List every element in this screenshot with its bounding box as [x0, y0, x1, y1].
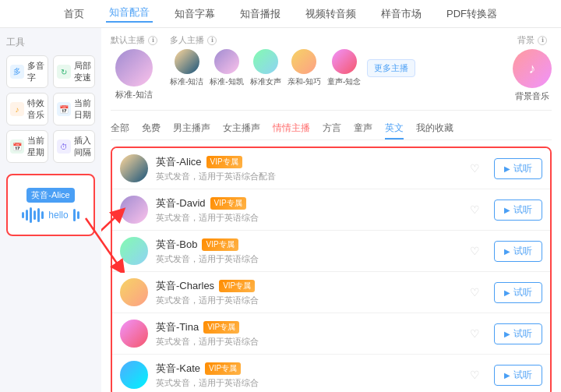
voice-name-row-0: 英音-Alice VIP专属 [156, 155, 462, 169]
vip-badge-2: VIP专属 [202, 238, 238, 251]
voice-desc-3: 英式发音，适用于英语综合 [156, 295, 462, 306]
default-speaker-name: 标准-知洁 [115, 89, 153, 101]
tab-dialect[interactable]: 方言 [323, 118, 341, 139]
tool-speed[interactable]: ↻ 局部变速 [53, 55, 95, 88]
bg-music-icon[interactable]: ♪ [513, 49, 552, 88]
tool-sfx-label: 特效音乐 [27, 97, 44, 121]
nav-dubbing[interactable]: 知音配音 [106, 5, 153, 23]
voice-desc-5: 英式发音，适用于英语综合 [156, 377, 462, 389]
voice-name-2: 英音-Bob [156, 238, 197, 252]
try-button-0[interactable]: ▶ 试听 [494, 158, 542, 179]
play-icon-1: ▶ [504, 206, 510, 214]
nav-pdf[interactable]: PDF转换器 [443, 7, 500, 21]
wave-bar-2 [26, 210, 28, 221]
nav-video-audio[interactable]: 视频转音频 [302, 7, 359, 21]
multi-name-3: 亲和-知巧 [288, 76, 321, 87]
try-label-3: 试听 [513, 286, 532, 299]
tab-female[interactable]: 女主播声 [223, 118, 260, 139]
try-label-5: 试听 [513, 369, 532, 382]
heart-icon-5[interactable]: ♡ [470, 369, 480, 381]
tab-favorites[interactable]: 我的收藏 [416, 118, 453, 139]
tab-english[interactable]: 英文 [385, 118, 404, 139]
try-label-2: 试听 [513, 245, 532, 258]
voice-name-5: 英音-Kate [156, 362, 200, 376]
try-button-5[interactable]: ▶ 试听 [494, 365, 542, 386]
wave-bar-3 [30, 207, 32, 223]
multi-name-0: 标准-知洁 [170, 76, 203, 87]
voice-info-4: 英音-Tina VIP专属 英式发音，适用于英语综合 [156, 320, 462, 348]
try-button-1[interactable]: ▶ 试听 [494, 200, 542, 221]
heart-icon-2[interactable]: ♡ [470, 245, 480, 257]
heart-icon-1[interactable]: ♡ [470, 203, 480, 216]
voice-avatar-0 [120, 154, 148, 182]
more-speakers-label: 更多主播 [374, 62, 408, 74]
top-navigation: 首页 知音配音 知音字幕 知音播报 视频转音频 样音市场 PDF转换器 [0, 0, 561, 28]
play-icon-4: ▶ [504, 330, 510, 338]
wave-bar-5 [37, 208, 40, 222]
multi-speaker-4[interactable]: 童声-知念 [327, 49, 361, 87]
heart-icon-3[interactable]: ♡ [470, 286, 480, 298]
wave-visualization: hello [22, 207, 79, 223]
vip-badge-0: VIP专属 [206, 156, 242, 168]
voice-avatar-1 [120, 196, 148, 224]
multi-speaker-group: 多人主播 ℹ 标准-知洁 标准-知凯 标准女声 [170, 34, 415, 102]
tool-date[interactable]: 📅 当前日期 [53, 93, 95, 125]
voice-info-1: 英音-David VIP专属 英式发音，适用于英语综合 [156, 196, 462, 224]
sfx-icon: ♪ [10, 102, 24, 116]
tab-free[interactable]: 免费 [142, 118, 161, 139]
tool-polyphonic-label: 多音字 [27, 60, 44, 83]
wave-bar-8 [77, 211, 79, 219]
tool-sfx[interactable]: ♪ 特效音乐 [6, 93, 48, 125]
nav-subtitle[interactable]: 知音字幕 [171, 7, 218, 21]
multi-speaker-2[interactable]: 标准女声 [250, 49, 281, 87]
heart-icon-0[interactable]: ♡ [470, 162, 480, 175]
speakers-section: 默认主播 ℹ 标准-知洁 多人主播 ℹ 标准-知洁 [111, 34, 552, 111]
voice-name-row-2: 英音-Bob VIP专属 [156, 238, 462, 252]
try-button-2[interactable]: ▶ 试听 [494, 241, 542, 262]
sidebar: 工具 多 多音字 ↻ 局部变速 ♪ 特效音乐 📅 当前日期 📅 当前星期 [0, 28, 101, 392]
bg-music-label: 背景音乐 [515, 90, 549, 102]
tool-speed-label: 局部变速 [74, 60, 91, 83]
tab-male[interactable]: 男主播声 [173, 118, 210, 139]
tool-week[interactable]: 📅 当前星期 [6, 130, 48, 163]
voice-name-row-1: 英音-David VIP专属 [156, 196, 462, 210]
wave-bar-6 [41, 211, 44, 219]
nav-broadcast[interactable]: 知音播报 [237, 7, 284, 21]
voice-item-4: 英音-Tina VIP专属 英式发音，适用于英语综合 ♡ ▶ 试听 [112, 313, 550, 355]
tab-child[interactable]: 童声 [354, 118, 372, 139]
multi-speaker-3[interactable]: 亲和-知巧 [288, 49, 321, 87]
default-speaker-display[interactable]: 标准-知洁 [111, 49, 157, 101]
multi-speaker-1[interactable]: 标准-知凯 [210, 49, 243, 87]
sidebar-title: 工具 [6, 36, 95, 49]
voice-name-row-3: 英音-Charles VIP专属 [156, 279, 462, 293]
multi-name-4: 童声-知念 [327, 76, 361, 87]
voice-name-1: 英音-David [156, 196, 206, 210]
tool-interval[interactable]: ⏱ 插入间隔 [53, 130, 95, 163]
tool-week-label: 当前星期 [27, 135, 44, 158]
voice-list: 英音-Alice VIP专属 英式发音，适用于英语综合配音 ♡ ▶ 试听 [111, 147, 552, 392]
nav-home[interactable]: 首页 [61, 7, 87, 21]
voice-item-3: 英音-Charles VIP专属 英式发音，适用于英语综合 ♡ ▶ 试听 [112, 272, 550, 313]
tool-polyphonic[interactable]: 多 多音字 [6, 55, 48, 88]
try-button-4[interactable]: ▶ 试听 [494, 323, 542, 344]
vip-badge-1: VIP专属 [210, 197, 246, 210]
voice-desc-0: 英式发音，适用于英语综合配音 [156, 171, 462, 182]
speed-icon: ↻ [57, 65, 71, 79]
try-label-1: 试听 [513, 203, 532, 217]
default-speaker-group: 默认主播 ℹ 标准-知洁 [111, 34, 157, 102]
multi-avatar-2 [253, 49, 278, 74]
more-speakers-button[interactable]: 更多主播 [367, 59, 415, 77]
try-button-3[interactable]: ▶ 试听 [494, 282, 542, 303]
date-icon: 📅 [57, 102, 71, 116]
multi-speaker-0[interactable]: 标准-知洁 [170, 49, 203, 87]
wave-bar-7 [73, 209, 76, 221]
heart-icon-4[interactable]: ♡ [470, 327, 480, 340]
bg-title: 背景 ℹ [517, 34, 547, 46]
voice-info-0: 英音-Alice VIP专属 英式发音，适用于英语综合配音 [156, 155, 462, 182]
tool-date-label: 当前日期 [74, 97, 91, 121]
tab-emotional[interactable]: 情情主播 [273, 118, 310, 139]
nav-market[interactable]: 样音市场 [378, 7, 425, 21]
tab-all[interactable]: 全部 [111, 118, 129, 139]
play-icon-5: ▶ [504, 371, 510, 380]
tool-interval-label: 插入间隔 [74, 135, 91, 158]
